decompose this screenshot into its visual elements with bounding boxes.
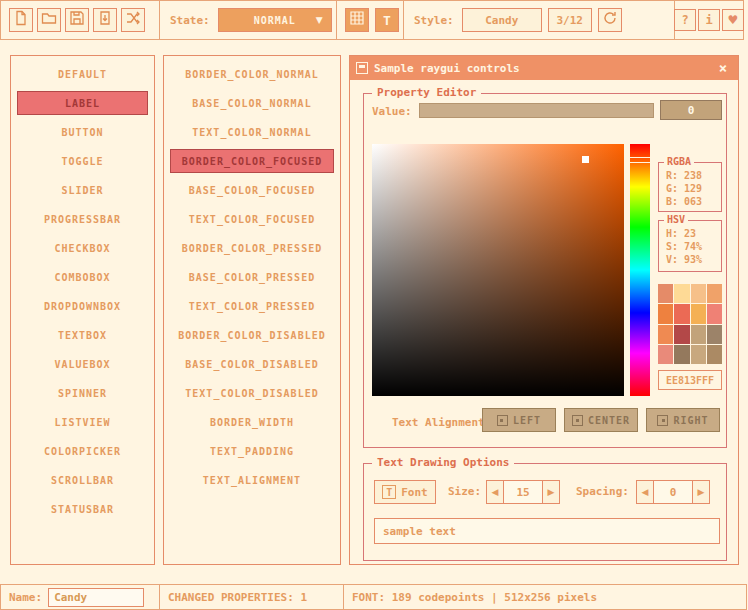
palette-swatch[interactable] bbox=[691, 345, 706, 364]
size-label: Size: bbox=[448, 485, 481, 498]
hsv-v-value: V: 93% bbox=[666, 253, 721, 266]
property-item-border_width[interactable]: BORDER_WIDTH bbox=[170, 410, 334, 434]
property-item-base_color_pressed[interactable]: BASE_COLOR_PRESSED bbox=[170, 265, 334, 289]
control-item-dropdownbox[interactable]: DROPDOWNBOX bbox=[17, 294, 148, 318]
statusbar-font-section: FONT: 189 codepoints | 512x256 pixels bbox=[343, 584, 747, 610]
control-item-listview[interactable]: LISTVIEW bbox=[17, 410, 148, 434]
export-file-button[interactable] bbox=[93, 8, 117, 32]
random-style-button[interactable] bbox=[121, 8, 145, 32]
property-item-base_color_disabled[interactable]: BASE_COLOR_DISABLED bbox=[170, 352, 334, 376]
size-decrement-button[interactable]: ◀ bbox=[486, 480, 504, 504]
font-atlas-button[interactable]: T bbox=[375, 8, 399, 32]
size-value-box[interactable]: 15 bbox=[503, 480, 543, 504]
palette-swatch[interactable] bbox=[707, 345, 722, 364]
palette-swatch[interactable] bbox=[707, 304, 722, 323]
palette-swatch[interactable] bbox=[691, 304, 706, 323]
reload-style-button[interactable] bbox=[598, 8, 622, 32]
hex-value-text: EE813FFF bbox=[666, 375, 714, 386]
property-item-text_color_pressed[interactable]: TEXT_COLOR_PRESSED bbox=[170, 294, 334, 318]
control-item-toggle[interactable]: TOGGLE bbox=[17, 149, 148, 173]
spacing-value-box[interactable]: 0 bbox=[653, 480, 693, 504]
open-file-button[interactable] bbox=[37, 8, 61, 32]
align-right-button[interactable]: RIGHT bbox=[646, 408, 720, 432]
property-item-text_alignment[interactable]: TEXT_ALIGNMENT bbox=[170, 468, 334, 492]
property-item-border_color_disabled[interactable]: BORDER_COLOR_DISABLED bbox=[170, 323, 334, 347]
rgba-g-value: G: 129 bbox=[666, 182, 721, 195]
control-item-label[interactable]: LABEL bbox=[17, 91, 148, 115]
chevron-down-icon: ▼ bbox=[316, 15, 324, 25]
palette-swatch[interactable] bbox=[691, 284, 706, 303]
palette-swatch[interactable] bbox=[674, 325, 689, 344]
property-item-text_color_disabled[interactable]: TEXT_COLOR_DISABLED bbox=[170, 381, 334, 405]
control-item-scrollbar[interactable]: SCROLLBAR bbox=[17, 468, 148, 492]
spacing-increment-button[interactable]: ▶ bbox=[692, 480, 710, 504]
new-file-button[interactable] bbox=[9, 8, 33, 32]
value-box[interactable]: 0 bbox=[660, 100, 722, 120]
align-center-button[interactable]: CENTER bbox=[564, 408, 638, 432]
palette-swatch[interactable] bbox=[658, 304, 673, 323]
spacing-label: Spacing: bbox=[576, 485, 629, 498]
palette-swatch[interactable] bbox=[658, 345, 673, 364]
align-left-button[interactable]: LEFT bbox=[482, 408, 556, 432]
control-item-progressbar[interactable]: PROGRESSBAR bbox=[17, 207, 148, 231]
control-item-slider[interactable]: SLIDER bbox=[17, 178, 148, 202]
palette-swatch[interactable] bbox=[691, 325, 706, 344]
close-icon[interactable]: × bbox=[714, 59, 732, 77]
control-item-textbox[interactable]: TEXTBOX bbox=[17, 323, 148, 347]
control-item-checkbox[interactable]: CHECKBOX bbox=[17, 236, 148, 260]
control-item-combobox[interactable]: COMBOBOX bbox=[17, 265, 148, 289]
rgba-group: RGBA R: 238 G: 129 B: 063 bbox=[658, 162, 722, 212]
text-drawing-options-group: Text Drawing Options T Font Size: ◀ 15 ▶… bbox=[363, 463, 727, 561]
color-picker[interactable] bbox=[372, 144, 624, 396]
palette-swatch[interactable] bbox=[707, 284, 722, 303]
style-label: Style: bbox=[414, 14, 454, 27]
property-item-border_color_pressed[interactable]: BORDER_COLOR_PRESSED bbox=[170, 236, 334, 260]
save-file-button[interactable] bbox=[65, 8, 89, 32]
spacing-decrement-button[interactable]: ◀ bbox=[636, 480, 654, 504]
toolbar-help-section: ? i ♥ bbox=[674, 0, 744, 40]
style-name-combobox[interactable]: Candy bbox=[462, 8, 542, 32]
state-dropdown[interactable]: NORMAL ▼ bbox=[218, 8, 332, 32]
right-arrow-icon: ▶ bbox=[698, 487, 705, 497]
font-button-label: Font bbox=[401, 486, 428, 499]
palette-swatch[interactable] bbox=[707, 325, 722, 344]
property-item-border_color_normal[interactable]: BORDER_COLOR_NORMAL bbox=[170, 62, 334, 86]
value-slider[interactable] bbox=[419, 103, 654, 118]
hue-bar[interactable] bbox=[630, 144, 650, 396]
sample-text-input[interactable]: sample text bbox=[374, 518, 720, 544]
export-icon bbox=[97, 10, 113, 30]
font-chip-icon: T bbox=[382, 485, 396, 499]
style-table-button[interactable] bbox=[345, 8, 369, 32]
property-item-base_color_focused[interactable]: BASE_COLOR_FOCUSED bbox=[170, 178, 334, 202]
color-picker-cursor[interactable] bbox=[582, 156, 589, 163]
control-item-default[interactable]: DEFAULT bbox=[17, 62, 148, 86]
control-item-valuebox[interactable]: VALUEBOX bbox=[17, 352, 148, 376]
window-icon bbox=[356, 62, 368, 74]
palette-swatch[interactable] bbox=[674, 304, 689, 323]
palette-swatch[interactable] bbox=[658, 325, 673, 344]
window-titlebar[interactable]: Sample raygui controls × bbox=[350, 56, 738, 80]
control-item-spinner[interactable]: SPINNER bbox=[17, 381, 148, 405]
control-item-button[interactable]: BUTTON bbox=[17, 120, 148, 144]
statusbar: Name: Candy CHANGED PROPERTIES: 1 FONT: … bbox=[0, 584, 748, 610]
font-button[interactable]: T Font bbox=[374, 480, 436, 504]
hex-value-box[interactable]: EE813FFF bbox=[658, 370, 722, 390]
property-item-text_color_normal[interactable]: TEXT_COLOR_NORMAL bbox=[170, 120, 334, 144]
property-item-text_padding[interactable]: TEXT_PADDING bbox=[170, 439, 334, 463]
control-item-colorpicker[interactable]: COLORPICKER bbox=[17, 439, 148, 463]
left-arrow-icon: ◀ bbox=[492, 487, 499, 497]
property-item-text_color_focused[interactable]: TEXT_COLOR_FOCUSED bbox=[170, 207, 334, 231]
style-name-input[interactable]: Candy bbox=[48, 588, 144, 607]
property-item-base_color_normal[interactable]: BASE_COLOR_NORMAL bbox=[170, 91, 334, 115]
control-item-statusbar[interactable]: STATUSBAR bbox=[17, 497, 148, 521]
property-item-border_color_focused[interactable]: BORDER_COLOR_FOCUSED bbox=[170, 149, 334, 173]
sponsor-button[interactable]: ♥ bbox=[722, 9, 744, 31]
palette-swatch[interactable] bbox=[674, 345, 689, 364]
size-increment-button[interactable]: ▶ bbox=[542, 480, 560, 504]
info-button[interactable]: i bbox=[698, 9, 720, 31]
help-button[interactable]: ? bbox=[674, 9, 696, 31]
hue-bar-cursor[interactable] bbox=[627, 157, 651, 163]
palette-swatch[interactable] bbox=[674, 284, 689, 303]
style-counter-button[interactable]: 3/12 bbox=[548, 8, 592, 32]
palette-swatch[interactable] bbox=[658, 284, 673, 303]
